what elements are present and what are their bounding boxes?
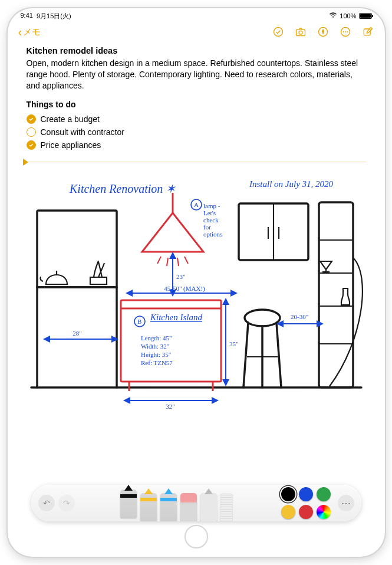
color-yellow[interactable] bbox=[281, 505, 295, 519]
pencil-tool[interactable] bbox=[160, 493, 177, 521]
svg-point-2 bbox=[299, 31, 302, 34]
battery-icon bbox=[359, 13, 372, 19]
dim-right: 20-30" bbox=[291, 313, 308, 320]
drawing-title-text: Kitchen Renovation ✶ bbox=[69, 182, 176, 195]
home-button[interactable] bbox=[185, 525, 208, 548]
checklist-toggle-icon[interactable] bbox=[272, 25, 285, 38]
svg-line-25 bbox=[177, 258, 179, 266]
checklist-item[interactable]: Create a budget bbox=[27, 113, 366, 126]
island-letter: B bbox=[137, 318, 141, 325]
chevron-left-icon: ‹ bbox=[18, 26, 22, 38]
svg-point-5 bbox=[342, 31, 344, 32]
color-wheel[interactable] bbox=[317, 505, 331, 519]
svg-point-7 bbox=[347, 31, 348, 32]
dim-height: 35" bbox=[229, 340, 239, 347]
pen-tool[interactable] bbox=[120, 490, 137, 518]
checklist-item-label[interactable]: Consult with contractor bbox=[41, 127, 124, 137]
eraser-tool[interactable] bbox=[180, 493, 197, 521]
status-time: 9:41 bbox=[21, 12, 33, 21]
nav-bar: ‹ メモ bbox=[8, 21, 385, 42]
ipad-frame: 9:41 9月15日(火) 100% ‹ メモ bbox=[8, 8, 385, 557]
note-title[interactable]: Kitchen remodel ideas bbox=[27, 46, 366, 55]
redo-button[interactable]: ↷ bbox=[58, 495, 75, 511]
island-specs: Length: 45" Width: 32" Height: 35" Ref: … bbox=[141, 334, 173, 366]
check-bullet-icon[interactable] bbox=[27, 114, 36, 124]
battery-percent: 100% bbox=[340, 12, 356, 19]
undo-button[interactable]: ↶ bbox=[38, 495, 55, 511]
color-palette bbox=[281, 487, 331, 519]
svg-point-6 bbox=[345, 31, 346, 32]
note-description[interactable]: Open, modern kitchen design in a medium … bbox=[27, 58, 366, 91]
color-red[interactable] bbox=[299, 505, 313, 519]
lamp-letter: A bbox=[194, 201, 199, 208]
status-bar: 9:41 9月15日(火) 100% bbox=[8, 8, 385, 21]
marker-tool[interactable] bbox=[140, 493, 157, 521]
lamp-note: lamp - Let's check for options bbox=[203, 202, 222, 238]
color-blue[interactable] bbox=[299, 487, 313, 501]
back-label: メモ bbox=[23, 27, 41, 38]
checklist-item-label[interactable]: Price appliances bbox=[41, 140, 101, 150]
color-black[interactable] bbox=[281, 487, 295, 501]
status-date: 9月15日(火) bbox=[37, 12, 71, 21]
checklist-item[interactable]: Consult with contractor bbox=[27, 126, 366, 139]
back-button[interactable]: ‹ メモ bbox=[18, 26, 41, 38]
tool-tray bbox=[78, 485, 274, 521]
svg-point-0 bbox=[274, 28, 282, 37]
note-content[interactable]: Kitchen remodel ideas Open, modern kitch… bbox=[8, 42, 385, 166]
toolbar-more-button[interactable]: ⋯ bbox=[338, 495, 354, 511]
markup-toolbar: ↶ ↷ ⋯ bbox=[31, 485, 361, 521]
svg-line-23 bbox=[157, 257, 161, 264]
check-bullet-icon[interactable] bbox=[27, 140, 36, 150]
more-icon[interactable] bbox=[339, 25, 352, 38]
lasso-tool[interactable] bbox=[200, 493, 217, 521]
color-green[interactable] bbox=[317, 487, 331, 501]
dim-left: 28" bbox=[73, 330, 82, 337]
checklist: Create a budget Consult with contractor … bbox=[27, 113, 366, 152]
svg-line-35 bbox=[243, 323, 248, 387]
separator-line bbox=[28, 162, 366, 162]
width-note: 45-50" (MAX!) bbox=[164, 285, 205, 293]
compose-icon[interactable] bbox=[361, 25, 374, 38]
checklist-item-label[interactable]: Create a budget bbox=[41, 114, 100, 124]
drawing-canvas[interactable]: Kitchen Renovation ✶ Install on July 31,… bbox=[12, 169, 380, 416]
insertion-marker-icon[interactable] bbox=[23, 159, 28, 166]
svg-line-36 bbox=[276, 323, 281, 387]
check-bullet-icon[interactable] bbox=[27, 127, 36, 137]
ruler-tool[interactable] bbox=[220, 493, 232, 521]
camera-icon[interactable] bbox=[294, 25, 307, 38]
svg-line-26 bbox=[185, 257, 188, 264]
svg-rect-1 bbox=[296, 29, 305, 36]
svg-rect-9 bbox=[37, 211, 117, 287]
things-to-do-label: Things to do bbox=[27, 100, 366, 109]
island-title: Kitchen Island bbox=[150, 313, 202, 322]
markup-icon[interactable] bbox=[317, 25, 330, 38]
svg-line-24 bbox=[167, 258, 168, 266]
wifi-icon bbox=[329, 12, 337, 19]
checklist-item[interactable]: Price appliances bbox=[27, 139, 366, 152]
dim-bottom: 32" bbox=[166, 403, 175, 410]
lamp-dim: 23" bbox=[176, 273, 186, 280]
install-date-text: Install on July 31, 2020 bbox=[249, 179, 334, 189]
